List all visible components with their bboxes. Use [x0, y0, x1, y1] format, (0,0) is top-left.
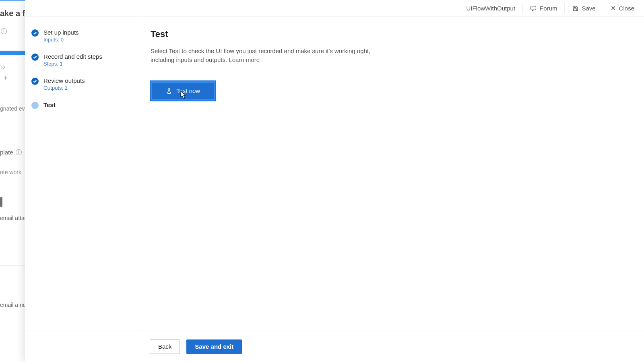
footer-bar: Back Save and exit: [25, 331, 644, 362]
step-subtitle: Outputs: 1: [43, 85, 85, 91]
save-and-exit-button[interactable]: Save and exit: [186, 339, 242, 354]
save-button[interactable]: Save: [565, 0, 603, 16]
close-button[interactable]: ✕ Close: [603, 0, 642, 16]
test-now-label: Test now: [176, 87, 200, 94]
step-title: Record and edit steps: [43, 53, 102, 60]
panel-body: Set up inputs Inputs: 0 Record and edit …: [25, 17, 644, 331]
ui-flow-panel: UIFlowWithOutput Forum Save ✕ Close Set …: [25, 0, 644, 362]
top-bar: UIFlowWithOutput Forum Save ✕ Close: [25, 0, 644, 17]
description-text: Select Test to check the UI flow you jus…: [151, 47, 370, 63]
bg-text-fragment: plate: [0, 149, 13, 156]
bg-accent-bar: [0, 0, 25, 1]
step-record-and-edit[interactable]: Record and edit steps Steps: 1: [31, 49, 135, 73]
check-icon: [31, 29, 39, 37]
bg-title-fragment: ake a flo: [0, 9, 25, 18]
check-icon: [31, 53, 39, 61]
step-set-up-inputs[interactable]: Set up inputs Inputs: 0: [31, 25, 135, 49]
bg-template-row: plate i: [0, 149, 22, 156]
test-now-button[interactable]: Test now: [151, 81, 215, 101]
close-icon: ✕: [611, 5, 616, 12]
flow-name: UIFlowWithOutput: [459, 5, 522, 12]
step-list: Set up inputs Inputs: 0 Record and edit …: [25, 17, 140, 331]
plus-icon: +: [4, 74, 8, 82]
svg-rect-0: [531, 6, 536, 10]
back-button[interactable]: Back: [150, 339, 180, 354]
step-title: Set up inputs: [43, 29, 79, 36]
bg-text-fragment: email attac: [0, 215, 25, 221]
close-label: Close: [619, 5, 634, 12]
bg-separator: [0, 265, 25, 266]
step-subtitle: Inputs: 0: [43, 37, 79, 43]
main-content: Test Select Test to check the UI flow yo…: [140, 17, 644, 331]
save-and-exit-label: Save and exit: [195, 343, 233, 350]
svg-rect-1: [574, 6, 576, 7]
forum-button[interactable]: Forum: [523, 0, 564, 16]
info-icon: i: [16, 149, 22, 155]
step-title: Review outputs: [43, 77, 85, 84]
step-test[interactable]: Test: [31, 97, 135, 115]
bg-text-fragment: email a no: [0, 302, 25, 308]
bg-text-fragment: gnated even: [0, 105, 25, 112]
back-label: Back: [158, 343, 171, 350]
svg-rect-2: [574, 8, 576, 10]
chat-icon: [530, 5, 537, 12]
forum-label: Forum: [540, 5, 557, 12]
path-icon: [0, 64, 6, 70]
bg-highlight-strip: [0, 51, 25, 55]
bg-thumb-fragment: [0, 197, 2, 207]
save-icon: [572, 5, 578, 12]
learn-more-link[interactable]: Learn more: [229, 56, 260, 63]
step-current-icon: [31, 102, 39, 109]
step-review-outputs[interactable]: Review outputs Outputs: 1: [31, 73, 135, 97]
flask-icon: [166, 88, 172, 94]
step-title: Test: [43, 101, 56, 108]
background-page: ake a flo i + gnated even plate i ote wo…: [0, 0, 25, 362]
check-icon: [31, 78, 39, 85]
save-label: Save: [582, 5, 595, 12]
description: Select Test to check the UI flow you jus…: [151, 47, 392, 64]
step-subtitle: Steps: 1: [43, 61, 102, 67]
page-title: Test: [151, 29, 634, 39]
info-icon: i: [1, 28, 7, 34]
bg-text-fragment: ote work: [0, 169, 21, 175]
